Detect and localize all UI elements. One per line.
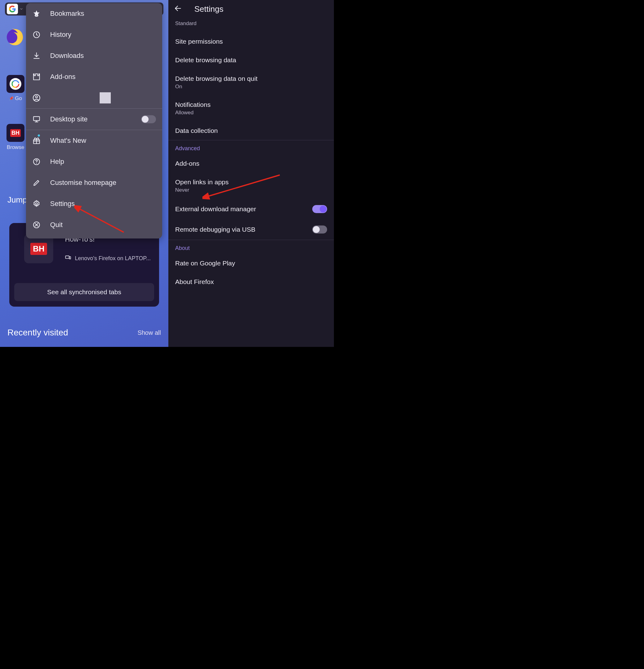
page-title: Settings [194,4,223,14]
tile-label: Browse [7,144,25,151]
setting-remote-debugging[interactable]: Remote debugging via USB [169,219,334,240]
menu-desktop-site[interactable]: Desktop site [26,109,162,130]
menu-label: Desktop site [50,115,132,123]
setting-about-firefox[interactable]: About Firefox [169,273,334,291]
see-all-synced-tabs-button[interactable]: See all synchronised tabs [14,283,154,301]
star-icon [32,9,41,18]
overflow-menu: Bookmarks History Downloads Add-ons [26,3,162,239]
svg-rect-5 [65,256,69,258]
close-circle-icon [32,220,41,229]
menu-label: Help [50,158,156,166]
firefox-logo-icon [5,28,24,46]
pin-icon: 📌 [9,96,14,101]
menu-label: Customise homepage [50,179,156,187]
menu-label: What's New [50,137,156,145]
gift-icon [32,136,41,145]
help-icon [32,157,41,166]
toggle-remote-debugging[interactable] [312,226,327,233]
menu-account[interactable] [26,87,162,109]
menu-label: Bookmarks [50,10,156,18]
menu-quit[interactable]: Quit [26,214,162,236]
tile-label: Go [15,95,22,102]
setting-rate-google-play[interactable]: Rate on Google Play [169,254,334,273]
account-blank-placeholder [100,92,111,103]
menu-label: Add-ons [50,73,156,81]
menu-downloads[interactable]: Downloads [26,45,162,66]
setting-site-permissions[interactable]: Site permissions [169,32,334,51]
puzzle-icon [32,72,41,81]
account-icon [32,94,41,102]
setting-external-download-manager[interactable]: External download manager [169,199,334,219]
brush-icon [32,179,41,187]
menu-addons[interactable]: Add-ons [26,66,162,87]
svg-rect-6 [69,256,71,259]
download-icon [32,52,41,60]
setting-delete-browsing-data[interactable]: Delete browsing data [169,51,334,69]
menu-label: History [50,31,156,39]
svg-point-15 [35,203,38,205]
menu-label: Settings [50,200,156,208]
menu-settings[interactable]: Settings [26,193,162,214]
setting-notifications[interactable]: Notifications Allowed [169,95,334,122]
jump-back-in-heading: Jump [8,195,27,205]
devices-icon [65,255,71,262]
section-about: About [169,240,334,254]
gear-icon [32,199,41,208]
menu-history[interactable]: History [26,24,162,45]
setting-open-links-in-apps[interactable]: Open links in apps Never [169,173,334,199]
menu-help[interactable]: Help [26,151,162,172]
menu-label: Quit [50,221,156,229]
chevron-down-icon[interactable] [18,4,24,14]
synced-device-name: Lenovo's Firefox on LAPTOP... [75,255,151,262]
clock-icon [32,30,41,39]
settings-screen: Settings Standard Site permissions Delet… [169,0,334,347]
home-screen-with-menu: 📌Go BH Browse Jump BH How-To's! Lenovo's… [0,0,169,347]
menu-whats-new[interactable]: What's New [26,130,162,151]
recently-visited-heading: Recently visited [8,328,68,338]
svg-rect-11 [33,116,40,120]
search-engine-google-icon[interactable] [7,4,18,14]
desktop-site-toggle[interactable] [141,115,156,123]
back-arrow-icon[interactable] [174,4,182,14]
toggle-ext-download-manager[interactable] [312,205,327,213]
top-site-bh[interactable]: BH Browse [6,124,25,151]
setting-delete-on-quit[interactable]: Delete browsing data on quit On [169,69,334,95]
section-advanced: Advanced [169,140,334,154]
favicon-bh: BH [24,234,53,263]
top-site-google[interactable]: 📌Go [6,75,25,102]
setting-data-collection[interactable]: Data collection [169,122,334,140]
top-sites: 📌Go [6,75,25,102]
menu-bookmarks[interactable]: Bookmarks [26,3,162,24]
menu-customise-homepage[interactable]: Customise homepage [26,172,162,193]
show-all-link[interactable]: Show all [137,329,161,336]
svg-point-10 [35,96,38,98]
setting-sub: Standard [175,20,327,27]
setting-addons[interactable]: Add-ons [169,154,334,173]
desktop-icon [32,115,41,124]
menu-label: Downloads [50,52,156,60]
svg-point-14 [36,163,37,163]
settings-app-bar: Settings [169,0,334,18]
new-indicator-dot [38,134,40,137]
svg-rect-7 [35,16,38,17]
